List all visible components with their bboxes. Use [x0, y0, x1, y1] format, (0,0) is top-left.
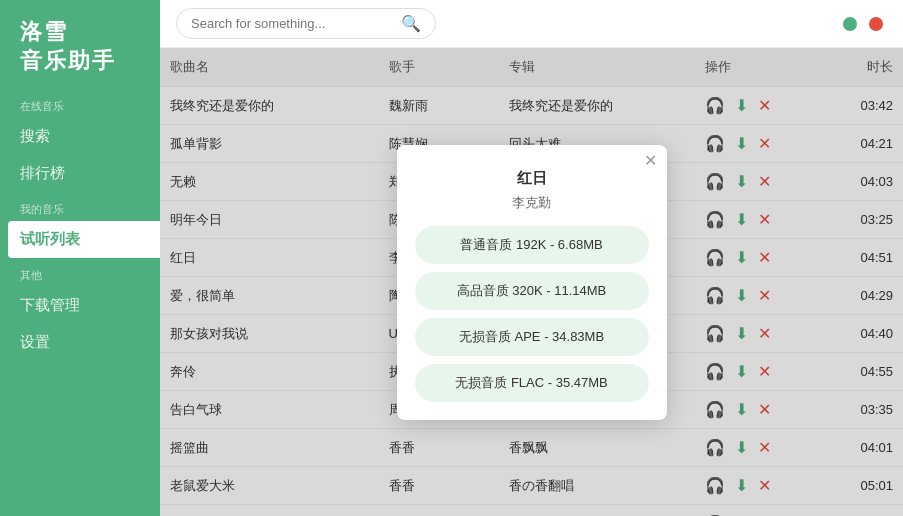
- search-button[interactable]: 🔍: [395, 14, 421, 33]
- sidebar-item-trial[interactable]: 试听列表: [8, 221, 160, 258]
- sidebar-item-chart[interactable]: 排行榜: [0, 155, 160, 192]
- status-dot-red: [869, 17, 883, 31]
- modal-title: 红日: [397, 169, 667, 194]
- section-label-online: 在线音乐: [0, 89, 160, 118]
- modal-options: 普通音质 192K - 6.68MB 高品音质 320K - 11.14MB 无…: [397, 226, 667, 420]
- quality-normal-button[interactable]: 普通音质 192K - 6.68MB: [415, 226, 649, 264]
- modal-subtitle: 李克勤: [397, 194, 667, 212]
- sidebar-item-download[interactable]: 下载管理: [0, 287, 160, 324]
- status-dot-green: [843, 17, 857, 31]
- sidebar-item-search[interactable]: 搜索: [0, 118, 160, 155]
- logo-line1: 洛雪: [20, 18, 140, 47]
- header: 🔍: [160, 0, 903, 48]
- quality-flac-button[interactable]: 无损音质 FLAC - 35.47MB: [415, 364, 649, 402]
- modal-overlay: ✕ 红日 李克勤 普通音质 192K - 6.68MB 高品音质 320K - …: [160, 48, 903, 516]
- search-input[interactable]: [191, 16, 395, 31]
- section-label-mymusic: 我的音乐: [0, 192, 160, 221]
- sidebar-item-settings[interactable]: 设置: [0, 324, 160, 361]
- quality-high-button[interactable]: 高品音质 320K - 11.14MB: [415, 272, 649, 310]
- header-controls: [843, 17, 883, 31]
- app-logo: 洛雪 音乐助手: [0, 0, 160, 89]
- search-bar: 🔍: [176, 8, 436, 39]
- download-modal: ✕ 红日 李克勤 普通音质 192K - 6.68MB 高品音质 320K - …: [397, 145, 667, 420]
- sidebar: 洛雪 音乐助手 在线音乐 搜索 排行榜 我的音乐 试听列表 其他 下载管理 设置: [0, 0, 160, 516]
- modal-close-button[interactable]: ✕: [644, 153, 657, 169]
- table-wrap: 歌曲名 歌手 专辑 操作 时长 我终究还是爱你的 魏新雨 我终究还是爱你的 🎧 …: [160, 48, 903, 516]
- quality-ape-button[interactable]: 无损音质 APE - 34.83MB: [415, 318, 649, 356]
- modal-header: ✕: [397, 145, 667, 169]
- logo-line2: 音乐助手: [20, 47, 140, 76]
- main-content: 🔍 歌曲名 歌手 专辑 操作 时长 我终究还是爱你的 魏新雨 我终究还是爱你的: [160, 0, 903, 516]
- section-label-other: 其他: [0, 258, 160, 287]
